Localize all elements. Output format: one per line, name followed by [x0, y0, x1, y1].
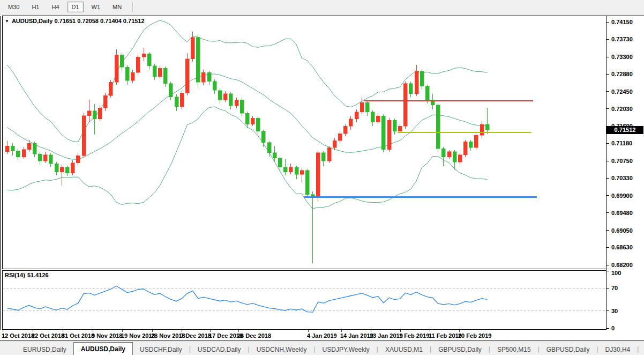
price-axis-label: 0.72450 — [611, 88, 633, 95]
price-axis-label: 0.70750 — [611, 158, 633, 164]
date-axis[interactable]: 12 Oct 201822 Oct 201831 Oct 20189 Nov 2… — [2, 330, 491, 339]
price-axis-label: 0.68200 — [611, 262, 633, 268]
date-axis-label: 4 Jan 2019 — [307, 332, 337, 339]
timeframe-button-mn[interactable]: MN — [108, 2, 126, 12]
chart-symbol-label: AUDUSD,Daily — [12, 18, 53, 24]
date-axis-label: 26 Dec 2018 — [237, 332, 271, 339]
date-axis-label: 7 Dec 2018 — [181, 332, 211, 339]
date-axis-label: 31 Oct 2018 — [62, 332, 94, 339]
date-axis-label: 22 Oct 2018 — [32, 332, 64, 339]
tab-audusd-daily[interactable]: AUDUSD,Daily — [73, 342, 133, 355]
tab-dj30-h4[interactable]: DJ30,H4 — [598, 344, 638, 355]
tab-xauusd-m1[interactable]: XAUUSD,M1 — [378, 344, 430, 355]
tab-gbpusd-daily[interactable]: GBPUSD,Daily — [540, 344, 597, 355]
date-axis-label: 12 Oct 2018 — [2, 332, 34, 339]
price-axis-label: 0.72030 — [611, 106, 633, 112]
price-axis-label: 0.69050 — [611, 227, 633, 234]
price-axis-label: 0.70330 — [611, 175, 633, 181]
timeframe-button-w1[interactable]: W1 — [87, 2, 105, 12]
symbol-dropdown-icon[interactable]: ▼ — [5, 19, 9, 24]
price-axis-label: 0.73730 — [611, 36, 633, 42]
chart-area[interactable]: ▼AUDUSD,Daily 0.71651 0.72058 0.71404 0.… — [0, 14, 644, 341]
tab-sp500-m15[interactable]: SP500,M15 — [490, 344, 538, 355]
date-axis-label: 14 Jan 2019 — [340, 332, 373, 339]
timeframe-button-d1[interactable]: D1 — [68, 2, 84, 12]
rsi-axis-label: 100 — [611, 270, 621, 276]
price-axis-label: 0.72880 — [611, 71, 633, 77]
timeframe-button-h1[interactable]: H1 — [27, 2, 43, 12]
date-axis-label: 9 Nov 2018 — [92, 332, 122, 339]
date-axis-label: 1 Feb 2019 — [399, 332, 429, 339]
tab-tech10[interactable]: TECH10 — [639, 344, 644, 355]
main-chart-pane[interactable] — [3, 16, 606, 269]
rsi-axis-label: 70 — [611, 285, 618, 291]
price-axis-label: 0.74150 — [611, 19, 633, 25]
rsi-axis-label: 30 — [611, 308, 618, 314]
timeframe-button-m30[interactable]: M30 — [4, 2, 24, 12]
current-price-tag: 0.71512 — [606, 126, 643, 134]
chart-title: ▼AUDUSD,Daily 0.71651 0.72058 0.71404 0.… — [5, 18, 145, 24]
chart-tabs-bar: EURUSD,DailyAUDUSD,DailyUSDCHF,Daily|USD… — [0, 341, 644, 355]
date-axis-label: 19 Nov 2018 — [121, 332, 155, 339]
rsi-pane[interactable] — [3, 271, 606, 330]
price-axis[interactable]: 0.741500.737300.733000.728800.724500.720… — [606, 16, 633, 330]
price-axis-label: 0.73300 — [611, 54, 633, 60]
date-axis-label: 23 Jan 2019 — [370, 332, 403, 339]
price-axis-label: 0.69480 — [611, 210, 633, 216]
price-axis-label: 0.68630 — [611, 244, 633, 250]
date-axis-label: 20 Feb 2019 — [458, 332, 491, 339]
toolbar-separator — [132, 2, 133, 12]
rsi-name: RSI(14) — [5, 272, 25, 278]
tab-usdcnh-weekly[interactable]: USDCNH,Weekly — [250, 344, 314, 355]
rsi-value: 51.4126 — [27, 272, 49, 278]
tab-usdcad-daily[interactable]: USDCAD,Daily — [191, 344, 248, 355]
price-axis-label: 0.71180 — [611, 140, 632, 146]
tab-usdchf-daily[interactable]: USDCHF,Daily — [133, 344, 189, 355]
tab-usdjpy-weekly[interactable]: USDJPY,Weekly — [316, 344, 377, 355]
price-axis-label: 0.69900 — [611, 193, 633, 199]
date-axis-label: 11 Feb 2019 — [429, 332, 462, 339]
chart-ohlc-values: 0.71651 0.72058 0.71404 0.71512 — [54, 18, 144, 24]
price-chart-svg[interactable]: 0.741500.737300.733000.728800.724500.720… — [0, 14, 644, 341]
tab-gbpusd-daily[interactable]: GBPUSD,Daily — [431, 344, 489, 355]
timeframe-toolbar: M30H1H4D1W1MN — [0, 0, 644, 14]
tab-eurusd-daily[interactable]: EURUSD,Daily — [16, 344, 73, 355]
rsi-indicator-label: RSI(14)51.4126 — [5, 272, 51, 278]
timeframe-button-h4[interactable]: H4 — [47, 2, 63, 12]
rsi-axis-label: 0 — [611, 325, 615, 331]
